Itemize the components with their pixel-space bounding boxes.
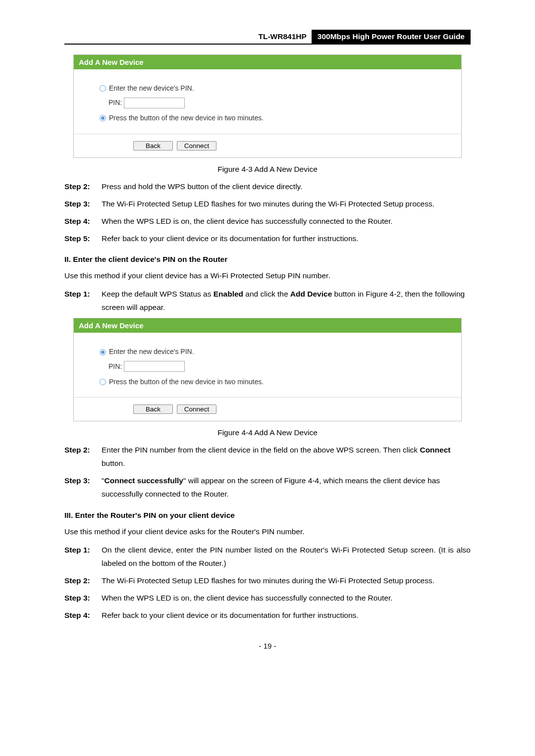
step-text: Refer back to your client device or its …: [102, 232, 471, 245]
section-3-heading: III. Enter the Router's PIN on your clie…: [64, 511, 471, 520]
pin-row: PIN:: [108, 360, 450, 373]
radio-checked-icon[interactable]: [100, 349, 106, 355]
pin-label: PIN:: [108, 360, 122, 373]
section-2-intro: Use this method if your client device ha…: [64, 269, 471, 282]
figure-4-3-caption: Figure 4-3 Add A New Device: [64, 165, 471, 174]
step: Step 4: Refer back to your client device…: [64, 608, 471, 622]
figure-4-3-title: Add A New Device: [74, 55, 461, 70]
bold-text: Connect: [420, 446, 450, 454]
option-enter-pin[interactable]: Enter the new device's PIN.: [100, 346, 450, 358]
header-model: TL-WR841HP: [254, 30, 312, 44]
section-3-intro: Use this method if your client device as…: [64, 525, 471, 538]
step-label: Step 5:: [64, 232, 102, 245]
step-label: Step 3:: [64, 591, 102, 605]
pin-label: PIN:: [108, 97, 122, 109]
step-text: Refer back to your client device or its …: [102, 608, 471, 622]
paragraph: Use this method if your client device as…: [64, 525, 471, 538]
back-button[interactable]: Back: [133, 404, 173, 414]
text: Keep the default WPS Status as: [102, 290, 214, 298]
option-enter-pin-label: Enter the new device's PIN.: [109, 82, 194, 95]
step-text: Enter the PIN number from the client dev…: [102, 443, 471, 470]
back-button[interactable]: Back: [133, 141, 173, 151]
steps-group-a: Step 2: Press and hold the WPS button of…: [64, 180, 471, 246]
option-press-button[interactable]: Press the button of the new device in tw…: [100, 376, 450, 388]
radio-unchecked-icon[interactable]: [100, 85, 106, 92]
step-label: Step 2:: [64, 574, 102, 587]
step: Step 3: "Connect successfully" will appe…: [64, 474, 471, 501]
text: button.: [102, 459, 125, 467]
steps-group-c: Step 1: On the client device, enter the …: [64, 543, 471, 622]
pin-row: PIN:: [108, 97, 450, 109]
step: Step 1: On the client device, enter the …: [64, 543, 471, 570]
figure-4-4-box: Add A New Device Enter the new device's …: [73, 318, 462, 421]
text: and click the: [243, 290, 290, 298]
option-press-button[interactable]: Press the button of the new device in tw…: [100, 112, 450, 124]
radio-checked-icon[interactable]: [100, 115, 106, 121]
text: Enter the PIN number from the client dev…: [102, 446, 420, 454]
section-2-heading: II. Enter the client device's PIN on the…: [64, 255, 471, 264]
step-label: Step 2:: [64, 443, 102, 470]
option-enter-pin[interactable]: Enter the new device's PIN.: [100, 82, 450, 95]
step: Step 3: The Wi-Fi Protected Setup LED fl…: [64, 197, 471, 210]
step: Step 5: Refer back to your client device…: [64, 232, 471, 245]
bold-text: Enabled: [214, 290, 243, 298]
step-text: Keep the default WPS Status as Enabled a…: [102, 287, 471, 314]
step-text: Press and hold the WPS button of the cli…: [102, 180, 471, 193]
step-text: When the WPS LED is on, the client devic…: [102, 214, 471, 228]
step-text: "Connect successfully" will appear on th…: [102, 474, 471, 501]
bold-text: Connect successfully: [105, 476, 183, 485]
figure-4-3-body: Enter the new device's PIN. PIN: Press t…: [74, 70, 461, 134]
pin-input[interactable]: [124, 98, 185, 108]
figure-4-4-body: Enter the new device's PIN. PIN: Press t…: [74, 334, 461, 398]
step-text: On the client device, enter the PIN numb…: [102, 543, 471, 570]
step-text: The Wi-Fi Protected Setup LED flashes fo…: [102, 574, 471, 587]
step: Step 2: Enter the PIN number from the cl…: [64, 443, 471, 470]
option-press-button-label: Press the button of the new device in tw…: [109, 112, 264, 124]
step: Step 3: When the WPS LED is on, the clie…: [64, 591, 471, 605]
page: TL-WR841HP 300Mbps High Power Router Use…: [0, 0, 535, 756]
step: Step 1: Keep the default WPS Status as E…: [64, 287, 471, 314]
step-label: Step 1:: [64, 287, 102, 314]
step-label: Step 2:: [64, 180, 102, 193]
header-title: 300Mbps High Power Router User Guide: [312, 30, 471, 44]
step-label: Step 3:: [64, 197, 102, 210]
figure-4-4-caption: Figure 4-4 Add A New Device: [64, 428, 471, 437]
figure-4-4-title: Add A New Device: [74, 318, 461, 334]
step: Step 4: When the WPS LED is on, the clie…: [64, 214, 471, 228]
option-enter-pin-label: Enter the new device's PIN.: [109, 346, 194, 358]
figure-4-3-box: Add A New Device Enter the new device's …: [73, 54, 462, 158]
paragraph: Use this method if your client device ha…: [64, 269, 471, 282]
page-header: TL-WR841HP 300Mbps High Power Router Use…: [64, 30, 471, 45]
step-label: Step 4:: [64, 608, 102, 622]
figure-4-3-buttons: Back Connect: [74, 134, 461, 157]
step-text: The Wi-Fi Protected Setup LED flashes fo…: [102, 197, 471, 210]
step: Step 2: Press and hold the WPS button of…: [64, 180, 471, 193]
step: Step 2: The Wi-Fi Protected Setup LED fl…: [64, 574, 471, 587]
radio-unchecked-icon[interactable]: [100, 379, 106, 385]
pin-input[interactable]: [124, 361, 185, 372]
connect-button[interactable]: Connect: [177, 404, 216, 414]
step-text: When the WPS LED is on, the client devic…: [102, 591, 471, 605]
step-label: Step 4:: [64, 214, 102, 228]
bold-text: Add Device: [290, 290, 332, 298]
steps-group-b: Step 2: Enter the PIN number from the cl…: [64, 443, 471, 501]
step-label: Step 1:: [64, 543, 102, 570]
figure-4-4-buttons: Back Connect: [74, 398, 461, 421]
connect-button[interactable]: Connect: [177, 141, 216, 151]
page-number: - 19 -: [64, 642, 471, 650]
step-label: Step 3:: [64, 474, 102, 501]
option-press-button-label: Press the button of the new device in tw…: [109, 376, 264, 388]
